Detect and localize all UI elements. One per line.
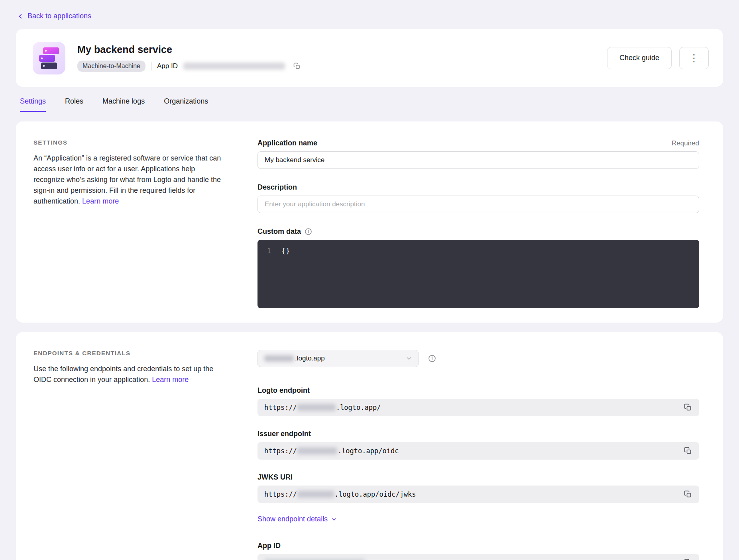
settings-section-title: SETTINGS (33, 139, 222, 146)
app-id-value-redacted (183, 63, 285, 70)
endpoint-suffix: .logto.app/oidc (338, 447, 399, 455)
description-group: Description (257, 183, 699, 213)
show-endpoint-details-link[interactable]: Show endpoint details (257, 515, 337, 523)
endpoints-section-description: Use the following endpoints and credenti… (33, 364, 222, 385)
endpoints-learn-more-link[interactable]: Learn more (152, 376, 189, 384)
app-id-group: App ID (257, 542, 699, 560)
tab-bar: Settings Roles Machine logs Organization… (20, 97, 723, 112)
editor-line-number: 1 (265, 246, 271, 256)
editor-code-content: {} (281, 246, 290, 256)
tenant-id-redacted (297, 447, 337, 454)
settings-description-text: An “Application” is a registered softwar… (33, 154, 221, 205)
copy-icon (684, 490, 692, 498)
issuer-endpoint-field: https:// .logto.app/oidc (257, 442, 699, 460)
tab-organizations[interactable]: Organizations (164, 97, 208, 112)
endpoints-aside: ENDPOINTS & CREDENTIALS Use the followin… (33, 350, 222, 385)
check-guide-button[interactable]: Check guide (607, 47, 672, 69)
copy-icon (684, 403, 692, 411)
chevron-down-icon (331, 516, 337, 523)
tenant-id-redacted (297, 491, 334, 498)
application-name-input[interactable] (257, 151, 699, 169)
application-name-group: Application name Required (257, 139, 699, 169)
endpoints-form: .logto.app Logto endpoint https:// .logt… (257, 350, 699, 560)
back-link-label: Back to applications (28, 12, 91, 20)
logto-endpoint-group: Logto endpoint https:// .logto.app/ (257, 386, 699, 416)
domain-select[interactable]: .logto.app (257, 350, 419, 367)
application-name-label: Application name (257, 139, 317, 147)
endpoints-section-title: ENDPOINTS & CREDENTIALS (33, 350, 222, 356)
endpoint-prefix: https:// (264, 447, 297, 455)
jwks-uri-field: https:// .logto.app/oidc/jwks (257, 486, 699, 503)
required-hint: Required (672, 139, 699, 147)
settings-form: Application name Required Description Cu… (257, 139, 699, 308)
domain-select-value: .logto.app (295, 354, 325, 362)
settings-section-description: An “Application” is a registered softwar… (33, 153, 222, 207)
info-icon (305, 228, 312, 235)
settings-card: SETTINGS An “Application” is a registere… (16, 121, 723, 323)
issuer-endpoint-label: Issuer endpoint (257, 430, 311, 438)
logto-endpoint-label: Logto endpoint (257, 386, 310, 395)
copy-logto-endpoint-button[interactable] (682, 401, 694, 414)
app-type-badge: Machine-to-Machine (77, 61, 145, 72)
endpoint-suffix: .logto.app/oidc/jwks (334, 490, 416, 498)
tenant-id-redacted (297, 404, 336, 411)
settings-aside: SETTINGS An “Application” is a registere… (33, 139, 222, 207)
app-id-field-label: App ID (257, 542, 281, 550)
show-endpoint-details-label: Show endpoint details (257, 515, 328, 523)
copy-jwks-uri-button[interactable] (682, 488, 694, 501)
chevron-down-icon (405, 355, 413, 362)
issuer-endpoint-group: Issuer endpoint https:// .logto.app/oidc (257, 430, 699, 460)
info-icon (428, 354, 436, 362)
app-logo-icon (33, 42, 65, 74)
description-input[interactable] (257, 196, 699, 213)
tab-settings[interactable]: Settings (20, 97, 46, 112)
page-title: My backend service (77, 44, 607, 55)
custom-data-label: Custom data (257, 227, 301, 236)
endpoint-suffix: .logto.app/ (336, 403, 381, 411)
chevron-left-icon (17, 13, 24, 20)
app-meta-row: Machine-to-Machine App ID (77, 60, 607, 72)
vertical-divider (151, 62, 151, 70)
copy-app-id-button[interactable] (291, 60, 303, 72)
copy-app-id-field-button[interactable] (682, 556, 694, 560)
app-header-main: My backend service Machine-to-Machine Ap… (77, 44, 607, 72)
endpoint-prefix: https:// (264, 403, 297, 411)
description-label: Description (257, 183, 297, 192)
endpoints-card: ENDPOINTS & CREDENTIALS Use the followin… (16, 332, 723, 560)
logto-endpoint-field: https:// .logto.app/ (257, 399, 699, 416)
tenant-id-redacted (264, 355, 294, 362)
custom-data-editor[interactable]: 1 {} (257, 240, 699, 308)
copy-icon (684, 447, 692, 455)
settings-learn-more-link[interactable]: Learn more (82, 197, 119, 205)
more-actions-button[interactable]: ⋮ (679, 47, 709, 69)
custom-data-group: Custom data 1 {} (257, 227, 699, 308)
app-id-label: App ID (157, 62, 178, 70)
app-header-card: My backend service Machine-to-Machine Ap… (16, 29, 723, 87)
jwks-uri-label: JWKS URI (257, 473, 293, 482)
app-id-field (257, 554, 699, 560)
tab-roles[interactable]: Roles (65, 97, 83, 112)
domain-select-row: .logto.app (257, 350, 699, 367)
tab-machine-logs[interactable]: Machine logs (102, 97, 145, 112)
kebab-icon: ⋮ (689, 53, 699, 63)
back-link[interactable]: Back to applications (17, 12, 91, 20)
copy-icon (293, 63, 301, 70)
copy-issuer-endpoint-button[interactable] (682, 444, 694, 457)
jwks-uri-group: JWKS URI https:// .logto.app/oidc/jwks (257, 473, 699, 503)
endpoint-prefix: https:// (264, 490, 297, 498)
header-actions: Check guide ⋮ (607, 47, 709, 69)
page: Back to applications (0, 0, 739, 560)
